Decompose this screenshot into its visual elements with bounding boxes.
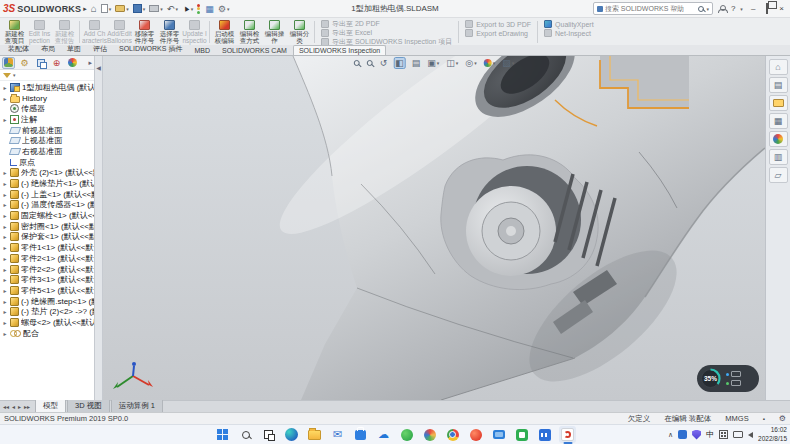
tree-item[interactable]: ▸History [1,93,94,104]
task-view-button[interactable] [260,426,277,443]
tree-item[interactable]: ▸(-) 绝缘垫片<1> (默认<<默认>_显 [1,178,94,189]
tab-3d-views[interactable]: 3D 视图 [67,399,110,412]
expand-icon[interactable]: ▸ [2,255,8,262]
prev-tab-button[interactable]: ◂ [11,403,16,410]
expand-icon[interactable]: ▸ [2,180,8,187]
tab-feature-tree[interactable] [2,57,15,69]
select-tool-button[interactable]: ▲▾ [182,4,193,13]
status-units[interactable]: MMGS [725,414,748,423]
tree-item[interactable]: ▸(-) 绝缘圈.step<1> (默认<<默认>_ [1,296,94,307]
zoom-to-area-button[interactable] [366,57,374,69]
previous-view-button[interactable]: ↺ [379,57,389,69]
edge-button[interactable] [283,426,300,443]
ime-layout-icon[interactable] [719,430,728,439]
tab-mbd[interactable]: MBD [188,45,216,55]
taskbar-search-button[interactable] [237,426,254,443]
performance-status-button[interactable] [197,4,201,14]
search-icon[interactable] [698,6,704,12]
last-tab-button[interactable]: ▸▸ [23,403,31,410]
app-green-button[interactable] [398,426,415,443]
expand-icon[interactable]: ▸ [2,191,8,198]
tree-item[interactable]: ▸(-) 温度传感器<1> (默认<<默认>_ [1,200,94,211]
edit-classifications-button[interactable]: 编辑分类 [287,19,312,45]
collapse-panel-icon[interactable]: ◀ [96,64,101,71]
launch-template-editor-button[interactable]: 启动模板编辑器 [212,19,237,45]
expand-icon[interactable]: ▸ [2,223,8,230]
tree-item[interactable]: 前视基准面 [1,125,94,136]
panel-splitter[interactable]: ◀ [95,56,103,400]
tab-configuration-manager[interactable] [34,57,47,69]
app-w-button[interactable] [536,426,553,443]
save-button[interactable]: ▾ [133,4,146,13]
custom-properties-button[interactable]: ▥ [769,149,788,165]
undo-button[interactable]: ↶▾ [167,4,178,14]
expand-icon[interactable]: ▸ [2,287,8,294]
store-button[interactable] [352,426,369,443]
tab-property-manager[interactable]: ⚙ [18,57,31,69]
widget-button-bottom[interactable] [726,380,741,386]
expand-icon[interactable]: ▸ [2,84,8,91]
tab-model[interactable]: 模型 [35,399,66,412]
tab-motion-study-1[interactable]: 运动算例 1 [111,399,163,412]
minimize-button[interactable]: – [748,4,758,13]
tree-item[interactable]: ▸配合 [1,328,94,339]
start-button[interactable] [214,426,231,443]
qualityxpert-button[interactable]: QualityXpert [544,20,594,28]
tab-layout[interactable]: 布局 [35,42,61,55]
tab-solidworks-addins[interactable]: SOLIDWORKS 插件 [113,42,188,55]
display-tray-icon[interactable] [733,431,743,438]
tab-assembly[interactable]: 装配体 [2,42,35,55]
widget-button-top[interactable] [726,371,741,377]
tab-evaluate[interactable]: 评估 [87,42,113,55]
hide-show-items-button[interactable]: ◎▾ [464,57,477,69]
tree-filter[interactable]: ▾ [0,70,94,81]
chrome-button[interactable] [444,426,461,443]
tree-item[interactable]: ▸螺母<2> (默认<<默认>_显示状态 [1,317,94,328]
view-palette-button[interactable]: ▦ [769,113,788,129]
tree-item[interactable]: ▸零件1<1> (默认<<默认>_显示状态 [1,242,94,253]
tab-display-manager[interactable] [66,57,79,69]
zoom-overlay-widget[interactable]: 35% [697,365,759,392]
expand-icon[interactable]: ▸ [2,244,8,251]
menu-flyout-icon[interactable]: ▸ [83,5,87,13]
tab-solidworks-inspection[interactable]: SOLIDWORKS Inspection [293,45,386,55]
tree-item[interactable]: 原点 [1,157,94,168]
tree-item[interactable]: ▸(-) 上盖<1> (默认<<默认>_显示状 [1,189,94,200]
apply-scene-button[interactable]: ▨▾ [501,57,515,69]
tree-item[interactable]: 传感器 [1,103,94,114]
help-search-box[interactable]: ▾ [593,2,713,15]
tree-item[interactable]: ▸外壳 (2)<1> (默认<<默认>_显示状 [1,168,94,179]
export-edrawings-button[interactable]: Export eDrawing [465,29,531,37]
tree-item[interactable]: ▸零件5<1> (默认<<默认>_显示状态 [1,285,94,296]
app-pinwheel-button[interactable] [421,426,438,443]
design-library-button[interactable]: ▤ [769,77,788,93]
net-inspect-button[interactable]: Net-Inspect [544,29,594,37]
solidworks-resources-button[interactable]: ⌂ [769,59,788,75]
export-excel-button[interactable]: 导出至 Excel [321,29,452,37]
tree-item[interactable]: 上视基准面 [1,135,94,146]
graphics-viewport[interactable]: ↺ ◧ ▤ ▣▾ ◫▾ ◎▾ ▾ ▨▾ 35% [103,56,765,400]
model-canvas[interactable] [103,56,765,400]
appearances-scenes-button[interactable] [769,131,788,147]
export-2d-pdf-button[interactable]: 导出至 2D PDF [321,20,452,28]
help-button[interactable]: ? [731,4,735,13]
expand-icon[interactable]: ▸ [2,308,8,315]
expand-icon[interactable]: ▸ [2,212,8,219]
edit-appearance-button[interactable]: ▾ [483,57,497,69]
expand-icon[interactable]: ▸ [2,330,8,337]
tree-root[interactable]: ▸1型加粗热电偶 (默认<默认_显示状态-1 [1,82,94,93]
solidworks-forum-button[interactable]: ▱ [769,167,788,183]
expand-icon[interactable]: ▸ [2,233,8,240]
search-input[interactable] [605,5,696,12]
tree-item[interactable]: ▸固定螺栓<1> (默认<<默认>_显示 [1,210,94,221]
app-red-button[interactable] [467,426,484,443]
expand-icon[interactable]: ▸ [2,201,8,208]
home-button[interactable]: ⌂ [91,3,97,14]
expand-icon[interactable]: ▸ [2,298,8,305]
expand-icon[interactable]: ▸ [2,95,8,102]
zoom-to-fit-button[interactable] [353,57,361,69]
status-options-icon[interactable]: ⚙ [779,414,786,423]
expand-icon[interactable]: ▸ [2,266,8,273]
tree-item[interactable]: ▸密封圈<1> (默认<<默认>_显示状 [1,221,94,232]
tree-item[interactable]: ▸保护套<1> (默认<<默认>_显示状 [1,232,94,243]
